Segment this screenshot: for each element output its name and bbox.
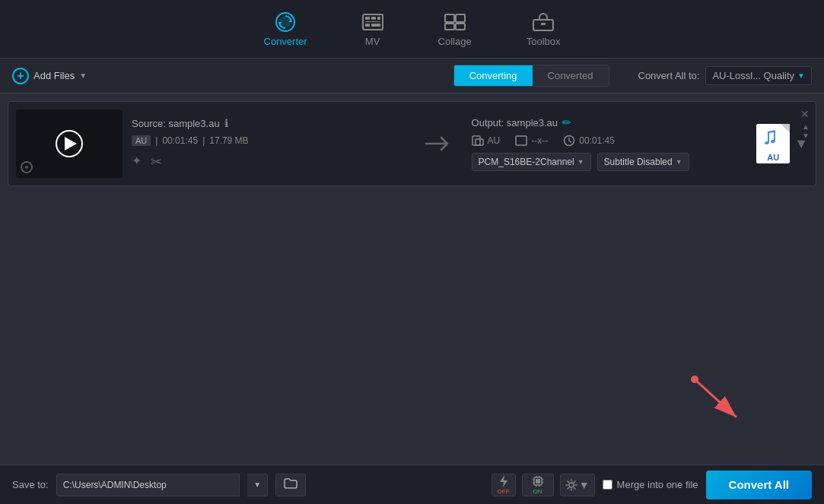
output-format-value: AU xyxy=(488,135,501,146)
thumbnail xyxy=(16,109,122,178)
format-dropdown-arrow: ▼ xyxy=(797,71,805,80)
file-item: Source: sample3.au ℹ AU | 00:01:45 | 17.… xyxy=(8,101,816,186)
tab-converting[interactable]: Converting xyxy=(454,65,533,86)
merge-label-text: Merge into one file xyxy=(617,479,698,490)
svg-rect-13 xyxy=(516,136,527,145)
gear-icon xyxy=(565,479,577,491)
nav-item-mv[interactable]: MV xyxy=(350,5,396,53)
output-duration-value: 00:01:45 xyxy=(579,135,615,146)
file-icon-label: AU xyxy=(767,153,779,162)
speed-toggle-button[interactable]: OFF xyxy=(492,474,516,496)
audio-codec-selector[interactable]: PCM_S16BE-2Channel ▼ xyxy=(472,153,591,171)
add-files-label: Add Files xyxy=(33,70,75,81)
nav-item-collage[interactable]: Collage xyxy=(426,5,484,53)
hardware-accel-button[interactable]: ON xyxy=(522,474,554,496)
move-down-button[interactable]: ▼ xyxy=(802,132,810,140)
add-files-button[interactable]: + Add Files ▼ xyxy=(12,68,87,84)
subtitle-selector[interactable]: Subtitle Disabled ▼ xyxy=(597,153,689,171)
toolbox-icon xyxy=(533,11,554,33)
output-selects: PCM_S16BE-2Channel ▼ Subtitle Disabled ▼ xyxy=(472,153,748,171)
save-to-label: Save to: xyxy=(12,479,49,490)
file-info: Source: sample3.au ℹ AU | 00:01:45 | 17.… xyxy=(132,117,408,170)
action-icons: ✦ ✂ xyxy=(132,154,408,170)
resolution-icon xyxy=(515,135,527,146)
chip-icon xyxy=(531,474,545,488)
music-note-icon xyxy=(762,125,784,147)
bottom-action-buttons: OFF ON xyxy=(492,474,595,496)
output-resolution-group: --x-- xyxy=(515,135,548,146)
save-path-dropdown-button[interactable]: ▼ xyxy=(247,474,268,496)
svg-rect-18 xyxy=(536,479,540,483)
open-folder-button[interactable] xyxy=(275,474,306,496)
meta-line: AU | 00:01:45 | 17.79 MB xyxy=(132,135,408,146)
merge-checkbox-input[interactable] xyxy=(603,480,612,490)
nav-item-converter[interactable]: Converter xyxy=(252,5,320,53)
source-line: Source: sample3.au ℹ xyxy=(132,117,408,129)
format-icon xyxy=(472,135,484,147)
convert-all-button[interactable]: Convert All xyxy=(706,471,812,499)
output-meta: AU --x-- 00:01:45 xyxy=(472,135,748,147)
format-quality-selector[interactable]: AU-Lossl... Quality ▼ xyxy=(705,66,812,85)
svg-point-27 xyxy=(569,483,574,487)
merge-checkbox-label[interactable]: Merge into one file xyxy=(603,479,698,490)
svg-rect-7 xyxy=(445,24,454,30)
reorder-buttons: ▲ ▼ xyxy=(802,123,810,140)
format-badge: AU xyxy=(132,135,151,146)
tab-converted[interactable]: Converted xyxy=(533,65,609,86)
info-icon[interactable]: ℹ xyxy=(224,117,228,129)
file-icon-area: AU ▼ xyxy=(756,124,808,163)
nav-label-toolbox: Toolbox xyxy=(527,36,561,47)
nav-item-toolbox[interactable]: Toolbox xyxy=(514,5,573,53)
nav-label-converter: Converter xyxy=(264,36,307,47)
collage-icon xyxy=(444,11,466,33)
svg-rect-6 xyxy=(456,14,465,22)
source-label: Source: sample3.au xyxy=(132,118,220,129)
output-area: Output: sample3.au ✏ AU --x-- xyxy=(472,116,748,171)
clock-icon xyxy=(563,135,575,147)
play-button[interactable] xyxy=(56,130,83,157)
file-size-value: 17.79 MB xyxy=(209,135,248,146)
settings-icon-group: ▼ xyxy=(565,479,590,491)
format-quality-value: AU-Lossl... Quality xyxy=(712,70,794,81)
off-label: OFF xyxy=(498,488,510,495)
audio-codec-value: PCM_S16BE-2Channel xyxy=(479,157,574,167)
settings-dropdown-icon: ▼ xyxy=(579,479,590,491)
main-content: Source: sample3.au ℹ AU | 00:01:45 | 17.… xyxy=(0,94,824,464)
svg-rect-10 xyxy=(541,23,546,25)
bottom-bar: Save to: ▼ OFF xyxy=(0,464,824,504)
lightning-icon xyxy=(497,474,511,488)
output-label: Output: sample3.au xyxy=(472,117,558,128)
scissors-icon[interactable]: ✂ xyxy=(151,154,162,170)
move-up-button[interactable]: ▲ xyxy=(802,123,810,131)
star-icon[interactable]: ✦ xyxy=(132,154,142,170)
pipe-separator2: | xyxy=(202,135,205,146)
speed-icon-group: OFF xyxy=(497,474,511,495)
pipe-separator: | xyxy=(155,135,157,146)
folder-icon xyxy=(284,478,297,489)
subtitle-arrow: ▼ xyxy=(676,158,682,166)
toolbar: + Add Files ▼ Converting Converted Conve… xyxy=(0,59,824,94)
add-files-dropdown-icon: ▼ xyxy=(79,71,87,80)
output-resolution-value: --x-- xyxy=(531,135,548,146)
save-path-input[interactable] xyxy=(56,474,240,496)
svg-rect-8 xyxy=(456,24,465,30)
nav-label-collage: Collage xyxy=(438,36,472,47)
plus-icon: + xyxy=(12,68,29,84)
audio-codec-arrow: ▼ xyxy=(577,158,584,166)
output-header: Output: sample3.au ✏ xyxy=(472,116,748,128)
settings-button[interactable]: ▼ xyxy=(560,474,595,496)
play-triangle-icon xyxy=(65,137,77,151)
thumbnail-overlay xyxy=(21,161,33,173)
edit-path-icon[interactable]: ✏ xyxy=(562,116,571,128)
nav-label-mv: MV xyxy=(365,36,380,47)
au-file-icon: AU xyxy=(756,124,790,163)
on-label: ON xyxy=(533,488,542,495)
output-format-group: AU xyxy=(472,135,501,147)
close-file-button[interactable]: ✕ xyxy=(800,108,810,120)
subtitle-value: Subtitle Disabled xyxy=(604,157,673,167)
convert-all-to-label: Convert All to: xyxy=(638,70,700,81)
converter-icon xyxy=(275,11,296,33)
duration-value: 00:01:45 xyxy=(162,135,198,146)
mv-icon xyxy=(362,11,383,33)
output-duration-group: 00:01:45 xyxy=(563,135,615,147)
